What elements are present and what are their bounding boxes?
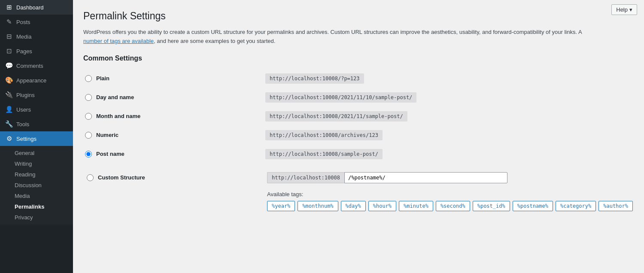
sidebar-label-settings: Settings <box>16 136 36 142</box>
option-text-numeric: Numeric <box>96 132 118 138</box>
sidebar-item-comments[interactable]: 💬Comments <box>0 58 73 73</box>
option-url-month_and_name: http://localhost:10008/2021/11/sample-po… <box>265 111 407 121</box>
comments-icon: 💬 <box>5 62 13 70</box>
sidebar-item-users[interactable]: 👤Users <box>0 102 73 117</box>
sidebar-sub-item-discussion[interactable]: Discussion <box>0 180 73 191</box>
pages-icon: ⊡ <box>5 47 13 55</box>
option-row-day_and_name: Day and name http://localhost:10008/2021… <box>83 88 634 107</box>
settings-icon: ⚙ <box>5 135 13 143</box>
option-text-month_and_name: Month and name <box>96 113 140 119</box>
custom-base-url: http://localhost:10008 <box>267 172 344 183</box>
sidebar-label-dashboard: Dashboard <box>16 4 44 11</box>
sidebar-sub-item-general[interactable]: General <box>0 148 73 158</box>
settings-submenu: GeneralWritingReadingDiscussionMediaPerm… <box>0 146 73 224</box>
users-icon: 👤 <box>5 106 13 113</box>
tools-icon: 🔧 <box>5 120 13 128</box>
sidebar-item-appearance[interactable]: 🎨Appearance <box>0 73 73 88</box>
sidebar-label-pages: Pages <box>16 48 32 55</box>
sidebar-item-dashboard[interactable]: ⊞Dashboard <box>0 0 73 15</box>
custom-structure-text: Custom Structure <box>98 174 145 181</box>
dashboard-icon: ⊞ <box>5 3 13 11</box>
description: WordPress offers you the ability to crea… <box>83 28 598 46</box>
option-label-numeric[interactable]: Numeric <box>85 132 262 139</box>
option-url-post_name: http://localhost:10008/sample-post/ <box>265 149 383 159</box>
option-radio-month_and_name[interactable] <box>85 113 92 120</box>
option-radio-day_and_name[interactable] <box>85 94 92 101</box>
option-radio-numeric[interactable] <box>85 132 92 139</box>
sidebar-label-tools: Tools <box>16 121 29 127</box>
tag-btn-postname[interactable]: %postname% <box>513 201 553 211</box>
tag-btn-minute[interactable]: %minute% <box>399 201 433 211</box>
tag-btn-day[interactable]: %day% <box>341 201 366 211</box>
option-text-day_and_name: Day and name <box>96 94 134 100</box>
option-text-post_name: Post name <box>96 151 125 157</box>
sidebar-label-posts: Posts <box>16 19 30 25</box>
tag-btn-second[interactable]: %second% <box>436 201 470 211</box>
sidebar-sub-item-writing[interactable]: Writing <box>0 158 73 169</box>
option-radio-post_name[interactable] <box>85 151 92 158</box>
option-radio-plain[interactable] <box>85 75 92 82</box>
available-tags-label: Available tags: <box>267 191 634 197</box>
sidebar-item-tools[interactable]: 🔧Tools <box>0 117 73 131</box>
custom-structure-label[interactable]: Custom Structure <box>87 174 264 181</box>
sidebar: ⊞Dashboard✎Posts⊟Media⊡Pages💬Comments🎨Ap… <box>0 0 73 273</box>
option-row-plain: Plain http://localhost:10008/?p=123 <box>83 69 634 88</box>
option-url-numeric: http://localhost:10008/archives/123 <box>265 130 383 140</box>
sidebar-item-plugins[interactable]: 🔌Plugins <box>0 88 73 102</box>
sidebar-sub-item-permalinks[interactable]: Permalinks <box>0 201 73 212</box>
option-url-plain: http://localhost:10008/?p=123 <box>265 73 364 84</box>
sidebar-label-media: Media <box>16 33 31 40</box>
main-content: Help ▾ Permalink Settings WordPress offe… <box>73 0 644 273</box>
sidebar-label-users: Users <box>16 106 31 113</box>
option-text-plain: Plain <box>96 75 109 82</box>
plugins-icon: 🔌 <box>5 91 13 99</box>
help-arrow-icon: ▾ <box>629 6 632 13</box>
tag-btn-category[interactable]: %category% <box>556 201 596 211</box>
page-title: Permalink Settings <box>83 10 634 22</box>
help-label: Help <box>616 6 628 13</box>
custom-structure-radio[interactable] <box>87 174 94 181</box>
help-button[interactable]: Help ▾ <box>611 4 637 15</box>
option-label-plain[interactable]: Plain <box>85 75 262 82</box>
sidebar-item-settings[interactable]: ⚙Settings <box>0 131 73 146</box>
option-url-day_and_name: http://localhost:10008/2021/11/10/sample… <box>265 92 416 103</box>
tag-btn-monthnum[interactable]: %monthnum% <box>298 201 338 211</box>
tag-btn-author[interactable]: %author% <box>598 201 633 211</box>
sidebar-label-appearance: Appearance <box>16 77 46 84</box>
tags-container: %year%%monthnum%%day%%hour%%minute%%seco… <box>267 201 634 211</box>
common-settings-title: Common Settings <box>83 55 634 62</box>
sidebar-sub-item-media-settings[interactable]: Media <box>0 191 73 201</box>
option-label-month_and_name[interactable]: Month and name <box>85 113 262 120</box>
option-label-post_name[interactable]: Post name <box>85 151 262 158</box>
description-text-after: , and here are some examples to get you … <box>154 38 275 44</box>
option-row-post_name: Post name http://localhost:10008/sample-… <box>83 145 634 164</box>
posts-icon: ✎ <box>5 18 13 26</box>
sidebar-label-plugins: Plugins <box>16 92 35 98</box>
sidebar-sub-item-reading[interactable]: Reading <box>0 169 73 180</box>
description-text-before: WordPress offers you the ability to crea… <box>83 29 582 35</box>
sidebar-sub-item-privacy[interactable]: Privacy <box>0 212 73 223</box>
custom-structure-input-wrap: http://localhost:10008 <box>267 172 632 183</box>
tags-link[interactable]: number of tags are available <box>83 38 154 44</box>
sidebar-label-comments: Comments <box>16 63 43 69</box>
sidebar-item-pages[interactable]: ⊡Pages <box>0 44 73 58</box>
media-icon: ⊟ <box>5 33 13 40</box>
sidebar-item-media[interactable]: ⊟Media <box>0 29 73 44</box>
option-row-month_and_name: Month and name http://localhost:10008/20… <box>83 107 634 126</box>
tag-btn-year[interactable]: %year% <box>267 201 295 211</box>
option-label-day_and_name[interactable]: Day and name <box>85 94 262 101</box>
custom-structure-input[interactable] <box>344 172 507 183</box>
option-row-numeric: Numeric http://localhost:10008/archives/… <box>83 126 634 145</box>
tag-btn-hour[interactable]: %hour% <box>368 201 396 211</box>
custom-structure-row: Custom Structure http://localhost:10008 … <box>85 168 634 211</box>
tag-btn-post_id[interactable]: %post_id% <box>473 201 510 211</box>
permalink-options-table: Plain http://localhost:10008/?p=123 Day … <box>83 69 634 164</box>
sidebar-item-posts[interactable]: ✎Posts <box>0 15 73 29</box>
appearance-icon: 🎨 <box>5 76 13 84</box>
